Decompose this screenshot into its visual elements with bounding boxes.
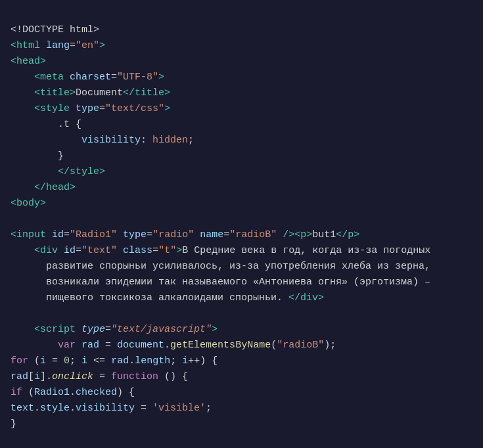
- line-10: </style>: [11, 166, 105, 177]
- line-12: <body>: [11, 198, 46, 209]
- line-9: }: [11, 150, 64, 162]
- line-20: for (i = 0; i <= rad.length; i++) {: [11, 355, 218, 367]
- line-21: rad[i].onclick = function () {: [11, 371, 188, 382]
- line-15: развитие спорыньи усиливалось, из-за упо…: [11, 261, 430, 272]
- code-editor: <!DOCTYPE html> <html lang="en"> <head> …: [11, 7, 472, 448]
- line-1: <!DOCTYPE html>: [11, 24, 99, 35]
- line-2: <html lang="en">: [11, 40, 105, 51]
- line-23: text.style.visibility = 'visible';: [11, 403, 212, 414]
- line-24: }: [11, 418, 16, 430]
- line-6: <style type="text/css">: [11, 103, 170, 114]
- line-17: пищевого токсикоза алкалоидами спорыньи.…: [11, 292, 324, 303]
- line-3: <head>: [11, 56, 46, 67]
- line-4: <meta charset="UTF-8">: [11, 72, 164, 83]
- line-16: возникали эпидемии так называемого «Анто…: [11, 277, 430, 288]
- line-13: <input id="Radio1" type="radio" name="ra…: [11, 229, 359, 240]
- line-14: <div id="text" class="t">В Средние века …: [11, 245, 430, 256]
- line-5: <title>Document</title>: [11, 87, 170, 99]
- line-19: var rad = document.getElementsByName("ra…: [11, 340, 336, 351]
- line-22: if (Radio1.checked) {: [11, 387, 135, 398]
- line-18: <script type="text/javascript">: [11, 324, 218, 335]
- line-8: visibility: hidden;: [11, 135, 194, 146]
- line-11: </head>: [11, 182, 76, 193]
- line-7: .t {: [11, 119, 81, 130]
